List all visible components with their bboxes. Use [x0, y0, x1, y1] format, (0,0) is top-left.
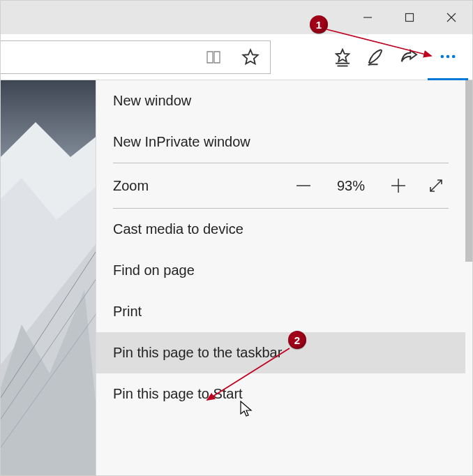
svg-point-6	[441, 54, 444, 58]
star-icon	[241, 47, 260, 67]
zoom-in-button[interactable]	[386, 173, 411, 198]
menu-label: Print	[113, 304, 142, 320]
favorite-button[interactable]	[235, 42, 266, 73]
maximize-button[interactable]	[389, 1, 430, 34]
menu-find[interactable]: Find on page	[96, 250, 465, 291]
minimize-icon	[363, 13, 373, 22]
menu-label: New InPrivate window	[113, 134, 250, 150]
menu-new-inprivate[interactable]: New InPrivate window	[96, 121, 465, 163]
menu-pin-taskbar[interactable]: Pin this page to the taskbar	[96, 332, 465, 373]
close-button[interactable]	[430, 1, 472, 34]
maximize-icon	[405, 13, 414, 22]
menu-print[interactable]: Print	[96, 291, 465, 332]
menu-label: Cast media to device	[113, 221, 243, 237]
content-area: New window New InPrivate window Zoom 93%…	[1, 80, 472, 476]
menu-zoom-row: Zoom 93%	[96, 163, 465, 208]
minimize-button[interactable]	[347, 1, 389, 34]
pen-icon	[366, 47, 386, 68]
fullscreen-icon	[428, 177, 444, 194]
address-bar[interactable]	[0, 40, 271, 74]
address-input[interactable]	[1, 41, 193, 73]
zoom-label: Zoom	[113, 178, 149, 194]
hub-button[interactable]	[327, 42, 358, 73]
menu-label: New window	[113, 93, 191, 109]
reading-view-icon	[205, 48, 223, 66]
hub-icon	[332, 47, 353, 68]
fullscreen-button[interactable]	[423, 173, 449, 198]
reading-view-button[interactable]	[199, 42, 230, 73]
zoom-out-button[interactable]	[291, 173, 316, 198]
menu-new-window[interactable]: New window	[96, 80, 465, 121]
close-icon	[446, 13, 456, 22]
svg-point-7	[446, 54, 450, 58]
web-note-button[interactable]	[361, 42, 391, 73]
plus-icon	[389, 177, 407, 195]
menu-cast[interactable]: Cast media to device	[96, 209, 465, 250]
webpage-preview	[1, 80, 96, 476]
more-dots-icon	[438, 47, 458, 66]
browser-toolbar	[1, 34, 472, 80]
settings-menu: New window New InPrivate window Zoom 93%…	[96, 80, 472, 476]
menu-label: Pin this page to Start	[113, 386, 243, 402]
share-button[interactable]	[394, 42, 425, 73]
window-titlebar	[1, 1, 472, 34]
menu-label: Pin this page to the taskbar	[113, 345, 282, 361]
menu-scrollbar[interactable]	[465, 80, 472, 262]
svg-rect-1	[406, 14, 414, 22]
zoom-value: 93%	[329, 178, 373, 194]
more-button[interactable]	[428, 34, 468, 80]
svg-point-8	[452, 54, 456, 58]
mountain-image	[1, 80, 96, 476]
menu-pin-start[interactable]: Pin this page to Start	[96, 373, 465, 415]
menu-label: Find on page	[113, 262, 195, 278]
share-icon	[399, 47, 420, 68]
minus-icon	[294, 177, 313, 195]
